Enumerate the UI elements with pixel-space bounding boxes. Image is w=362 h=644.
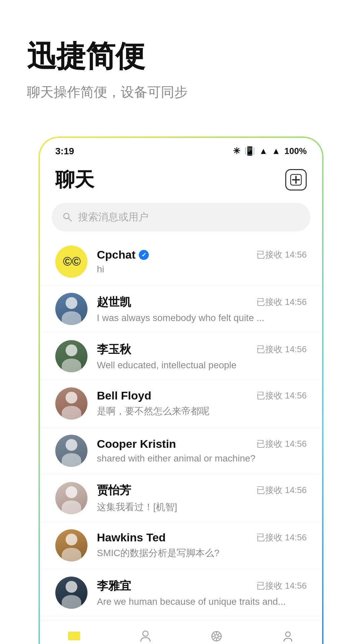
chat-name-row: 李玉秋 已接收 14:56 xyxy=(97,342,307,357)
chat-list-item[interactable]: Bell Floyd 已接收 14:56 是啊，要不然怎么来帝都呢 xyxy=(39,380,323,427)
chat-info: 贾怡芳 已接收 14:56 这集我看过！[机智] xyxy=(97,483,307,514)
chat-name-row: Hawkins Ted 已接收 14:56 xyxy=(97,531,307,544)
chat-preview: SMIC的数据分析是写脚本么? xyxy=(97,547,307,559)
svg-rect-11 xyxy=(144,632,147,634)
avatar-head xyxy=(66,344,77,356)
avatar-body xyxy=(62,500,81,514)
nav-item-friends[interactable]: 朋友 xyxy=(110,627,181,644)
chat-info: Bell Floyd 已接收 14:56 是啊，要不然怎么来帝都呢 xyxy=(97,389,307,418)
chat-list-item[interactable]: Cooper Kristin 已接收 14:56 shared with eit… xyxy=(39,427,323,475)
svg-point-10 xyxy=(143,631,148,636)
phone-mockup-container: 3:19 ✳ 📳 ▲ ▲ 100% 聊天 xyxy=(37,135,325,644)
phone-inner: 3:19 ✳ 📳 ▲ ▲ 100% 聊天 xyxy=(39,137,323,644)
app-header: 聊天 xyxy=(39,160,323,200)
avatar-body xyxy=(62,548,81,561)
chat-preview: I was always somebody who felt quite ... xyxy=(97,313,307,323)
avatar-head xyxy=(66,534,77,545)
avatar xyxy=(55,387,87,420)
chat-name-row: 赵世凯 已接收 14:56 xyxy=(97,294,307,310)
marketing-subtitle: 聊天操作简便，设备可同步 xyxy=(27,83,335,101)
chat-list-item[interactable]: 李玉秋 已接收 14:56 Well educated, intellectua… xyxy=(39,333,323,380)
plus-icon xyxy=(290,174,302,186)
me-nav-icon xyxy=(280,628,296,644)
chat-time: 已接收 14:56 xyxy=(256,484,307,496)
chat-name: 李玉秋 xyxy=(97,342,131,357)
avatar-head xyxy=(66,581,77,593)
chat-name: Cpchat xyxy=(97,248,149,261)
avatar-body xyxy=(62,595,81,608)
nav-icon-chat xyxy=(65,627,83,644)
avatar-head xyxy=(66,439,77,451)
nav-item-me[interactable]: 我 xyxy=(252,627,324,644)
nav-icon-circle xyxy=(207,627,226,644)
chat-name: Cooper Kristin xyxy=(97,437,176,450)
chat-time: 已接收 14:56 xyxy=(256,390,307,401)
bluetooth-icon: ✳ xyxy=(233,146,240,156)
chat-preview: hi xyxy=(97,264,307,275)
chat-list-item[interactable]: ©© Cpchat 已接收 14:56 hi xyxy=(39,238,323,285)
signal-icon: ▲ xyxy=(272,146,281,156)
svg-line-4 xyxy=(68,218,71,221)
svg-rect-8 xyxy=(70,636,76,637)
chat-list-item[interactable]: Hawkins Ted 已接收 14:56 SMIC的数据分析是写脚本么? xyxy=(39,522,323,569)
bottom-nav: 聊天 朋友 圈子 我 xyxy=(39,620,323,644)
chat-preview: 这集我看过！[机智] xyxy=(97,501,307,514)
chat-name-row: Bell Floyd 已接收 14:56 xyxy=(97,389,307,402)
chat-name: 贾怡芳 xyxy=(97,483,131,498)
avatar xyxy=(55,482,87,514)
add-chat-button[interactable] xyxy=(285,169,307,191)
app-title: 聊天 xyxy=(55,167,94,193)
chat-name-row: Cooper Kristin 已接收 14:56 xyxy=(97,437,307,450)
nav-item-circle[interactable]: 圈子 xyxy=(181,627,252,644)
avatar-body xyxy=(62,406,81,419)
svg-marker-9 xyxy=(69,640,71,642)
avatar: ©© xyxy=(55,246,87,278)
nav-icon-me xyxy=(279,627,297,644)
chat-name-row: 贾怡芳 已接收 14:56 xyxy=(97,483,307,498)
status-icons: ✳ 📳 ▲ ▲ 100% xyxy=(233,146,307,156)
vibrate-icon: 📳 xyxy=(244,146,255,156)
avatar xyxy=(55,340,87,372)
chat-name: 李雅宜 xyxy=(97,578,131,594)
phone-mockup: 3:19 ✳ 📳 ▲ ▲ 100% 聊天 xyxy=(37,135,325,644)
svg-rect-1 xyxy=(292,179,300,180)
chat-time: 已接收 14:56 xyxy=(256,580,307,592)
status-bar: 3:19 ✳ 📳 ▲ ▲ 100% xyxy=(39,137,323,160)
chat-list-item[interactable]: 赵世凯 已接收 14:56 I was always somebody who … xyxy=(39,285,323,333)
avatar-body xyxy=(62,359,81,372)
avatar-head xyxy=(66,486,77,498)
chat-list: ©© Cpchat 已接收 14:56 hi 赵世凯 已接收 14:56 I w… xyxy=(39,238,323,616)
status-time: 3:19 xyxy=(55,146,74,157)
search-icon xyxy=(62,212,73,222)
circle-nav-icon xyxy=(208,628,225,644)
chat-time: 已接收 14:56 xyxy=(256,532,307,543)
avatar-head xyxy=(66,392,77,404)
friends-nav-icon xyxy=(137,628,154,644)
chat-info: Cooper Kristin 已接收 14:56 shared with eit… xyxy=(97,437,307,464)
avatar-body xyxy=(62,453,81,467)
avatar-head xyxy=(66,297,77,309)
chat-preview: Are we human because of unique traits an… xyxy=(97,596,307,607)
avatar xyxy=(55,529,87,561)
chat-info: 赵世凯 已接收 14:56 I was always somebody who … xyxy=(97,294,307,323)
chat-time: 已接收 14:56 xyxy=(256,249,307,261)
chat-list-item[interactable]: 贾怡芳 已接收 14:56 这集我看过！[机智] xyxy=(39,475,323,522)
nav-item-chat[interactable]: 聊天 xyxy=(39,627,110,644)
chat-nav-icon xyxy=(66,628,82,644)
nav-icon-friends xyxy=(136,627,155,644)
chat-list-item[interactable]: 李雅宜 已接收 14:56 Are we human because of un… xyxy=(39,569,323,616)
chat-time: 已接收 14:56 xyxy=(256,343,307,355)
svg-text:©©: ©© xyxy=(63,255,81,268)
battery-percent: 100% xyxy=(285,146,307,156)
cpchat-logo-icon: ©© xyxy=(61,255,81,268)
search-bar[interactable]: 搜索消息或用户 xyxy=(52,203,310,231)
avatar xyxy=(55,293,87,325)
chat-time: 已接收 14:56 xyxy=(256,296,307,308)
chat-preview: 是啊，要不然怎么来帝都呢 xyxy=(97,405,307,418)
svg-rect-7 xyxy=(70,634,78,635)
marketing-section: 迅捷简便 聊天操作简便，设备可同步 xyxy=(0,0,362,121)
svg-point-14 xyxy=(286,632,290,637)
search-placeholder: 搜索消息或用户 xyxy=(78,210,148,224)
chat-preview: Well educated, intellectual people xyxy=(97,360,307,371)
marketing-title: 迅捷简便 xyxy=(27,40,335,73)
